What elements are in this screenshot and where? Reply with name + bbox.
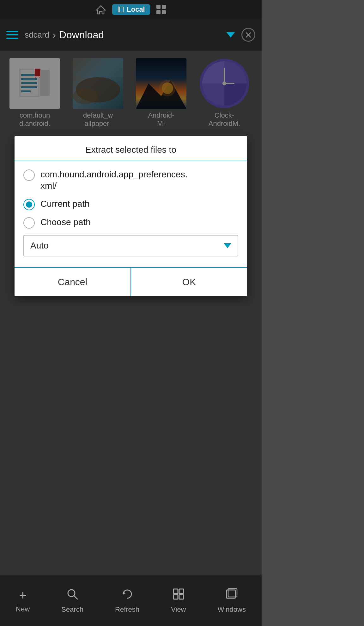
ok-button[interactable]: OK: [131, 268, 247, 296]
nav-label-windows: Windows: [218, 605, 246, 614]
svg-marker-28: [123, 592, 126, 594]
radio-button-filepath[interactable]: [23, 169, 35, 181]
svg-rect-1: [118, 7, 123, 12]
radio-button-current[interactable]: [23, 199, 35, 210]
sort-indicator: [226, 32, 235, 38]
nav-label-view: View: [171, 605, 186, 614]
new-icon: +: [19, 588, 26, 603]
svg-rect-30: [179, 589, 184, 593]
refresh-icon: [121, 588, 133, 603]
svg-rect-29: [173, 589, 178, 593]
nav-label-search: Search: [61, 605, 83, 614]
svg-rect-31: [173, 595, 178, 599]
choose-path-label: Choose path: [40, 217, 91, 228]
radio-option-current[interactable]: Current path: [23, 198, 238, 210]
auto-dropdown[interactable]: Auto: [23, 235, 238, 256]
svg-marker-0: [96, 6, 105, 14]
windows-nav-icon: [226, 588, 238, 603]
radio-option-choose[interactable]: Choose path: [23, 217, 238, 229]
close-button[interactable]: [241, 28, 255, 42]
extract-dialog: Extract selected files to com.hound.andr…: [15, 136, 247, 296]
nav-label-refresh: Refresh: [115, 605, 139, 614]
local-label: Local: [127, 5, 145, 14]
dialog-actions: Cancel OK: [15, 268, 247, 296]
nav-label-new: New: [16, 605, 30, 613]
status-bar: Local: [0, 0, 262, 19]
dialog-body: com.hound.android.app_preferences.xml/ C…: [15, 161, 247, 267]
home-icon: [96, 4, 106, 15]
dialog-title: Extract selected files to: [15, 136, 247, 161]
radio-option-filepath[interactable]: com.hound.android.app_preferences.xml/: [23, 169, 238, 192]
view-icon: [173, 588, 185, 603]
dialog-overlay: [0, 51, 262, 575]
nav-item-refresh[interactable]: Refresh: [115, 588, 139, 614]
svg-line-27: [74, 596, 77, 599]
toolbar: sdcard › Download: [0, 19, 262, 51]
breadcrumb-current: Download: [59, 29, 223, 41]
nav-item-view[interactable]: View: [171, 588, 186, 614]
breadcrumb-parent[interactable]: sdcard: [25, 30, 49, 40]
radio-button-choose[interactable]: [23, 217, 35, 229]
dropdown-arrow-icon: [224, 243, 231, 248]
cancel-button[interactable]: Cancel: [15, 268, 130, 296]
filepath-label: com.hound.android.app_preferences.xml/: [40, 169, 187, 192]
search-icon: [66, 588, 78, 603]
windows-icon: [156, 5, 166, 14]
svg-rect-32: [179, 595, 184, 599]
bottom-nav: + New Search Refresh V: [0, 575, 262, 626]
hamburger-menu[interactable]: [6, 31, 18, 39]
auto-dropdown-value: Auto: [30, 241, 49, 251]
nav-item-new[interactable]: + New: [16, 588, 30, 613]
nav-item-search[interactable]: Search: [61, 588, 83, 614]
local-tab[interactable]: Local: [112, 4, 150, 15]
breadcrumb-separator: ›: [52, 29, 56, 41]
breadcrumb: sdcard › Download: [25, 29, 235, 41]
current-path-label: Current path: [40, 198, 90, 210]
nav-item-windows[interactable]: Windows: [218, 588, 246, 614]
